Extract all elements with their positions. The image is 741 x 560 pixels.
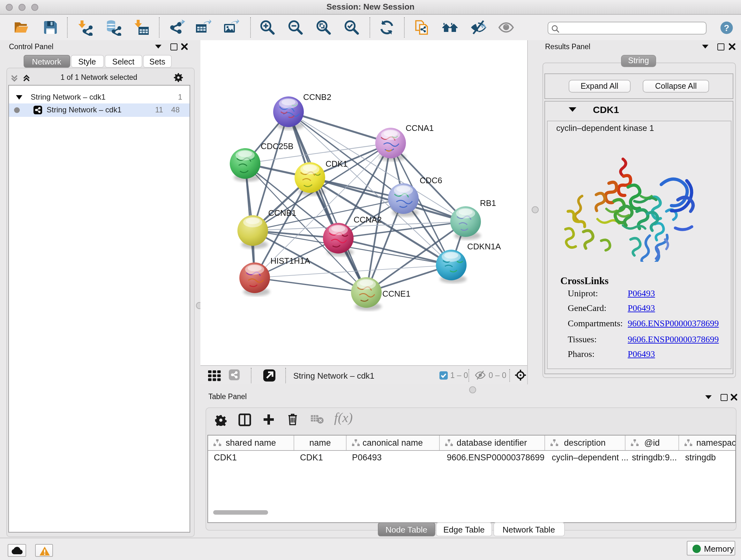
svg-text:CDKN1A: CDKN1A <box>467 241 501 251</box>
svg-text:CCNA1: CCNA1 <box>405 123 433 132</box>
svg-text:CCNA2: CCNA2 <box>353 214 381 224</box>
svg-text:CDC6: CDC6 <box>419 175 442 185</box>
svg-text:?: ? <box>724 23 730 33</box>
svg-text:HIST1H1A: HIST1H1A <box>270 256 310 265</box>
svg-text:CCNE1: CCNE1 <box>382 289 410 298</box>
svg-text:CDC25B: CDC25B <box>260 141 293 151</box>
svg-text:CDK1: CDK1 <box>325 159 347 168</box>
svg-text:CCNB2: CCNB2 <box>303 92 331 102</box>
svg-text:CCNB1: CCNB1 <box>268 208 296 217</box>
svg-text:RB1: RB1 <box>480 198 496 207</box>
